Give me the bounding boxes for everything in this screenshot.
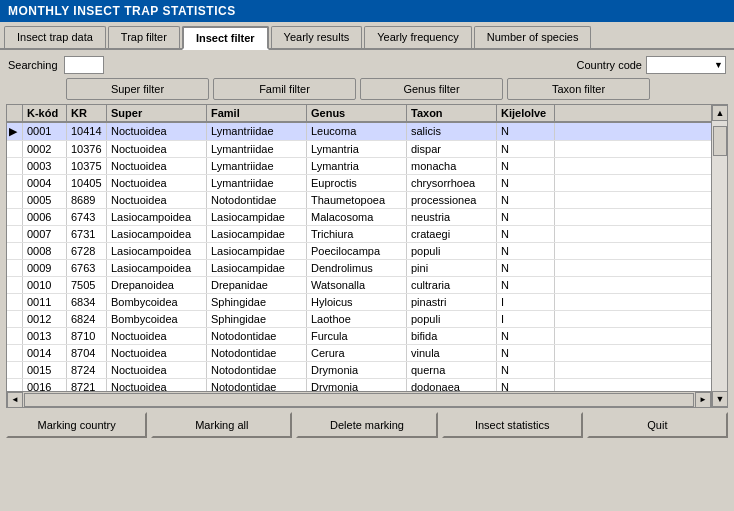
row-taxon: monacha (407, 158, 497, 174)
table-row[interactable]: 0014 8704 Noctuoidea Notodontidae Cerura… (7, 345, 711, 362)
row-kijelolve: N (497, 175, 555, 191)
row-arrow (7, 209, 23, 225)
row-genus: Laothoe (307, 311, 407, 327)
row-taxon: querna (407, 362, 497, 378)
row-kijelolve: N (497, 209, 555, 225)
row-super: Noctuoidea (107, 362, 207, 378)
chevron-down-icon: ▼ (714, 60, 723, 70)
quit-button[interactable]: Quit (587, 412, 728, 438)
super-filter-button[interactable]: Super filter (66, 78, 209, 100)
marking-country-button[interactable]: Marking country (6, 412, 147, 438)
row-genus: Watsonalla (307, 277, 407, 293)
row-famil: Sphingidae (207, 294, 307, 310)
horizontal-scrollbar[interactable]: ◄ ► (7, 391, 711, 407)
genus-filter-button[interactable]: Genus filter (360, 78, 503, 100)
scroll-down-button[interactable]: ▼ (712, 391, 728, 407)
row-taxon: chrysorrhoea (407, 175, 497, 191)
row-kkod: 0007 (23, 226, 67, 242)
row-arrow (7, 158, 23, 174)
main-content: Searching Country code ▼ Super filter Fa… (0, 50, 734, 408)
row-kijelolve: N (497, 362, 555, 378)
row-kkod: 0008 (23, 243, 67, 259)
row-genus: Furcula (307, 328, 407, 344)
row-famil: Lymantriidae (207, 158, 307, 174)
country-dropdown[interactable]: ▼ (646, 56, 726, 74)
search-label: Searching (8, 59, 58, 71)
table-row[interactable]: 0004 10405 Noctuoidea Lymantriidae Eupro… (7, 175, 711, 192)
scroll-left-button[interactable]: ◄ (7, 392, 23, 408)
table-row[interactable]: 0016 8721 Noctuoidea Notodontidae Drymon… (7, 379, 711, 391)
tab-insect-filter[interactable]: Insect filter (182, 26, 269, 50)
row-genus: Drymonia (307, 379, 407, 391)
delete-marking-button[interactable]: Delete marking (296, 412, 437, 438)
table-row[interactable]: 0015 8724 Noctuoidea Notodontidae Drymon… (7, 362, 711, 379)
title-bar: MONTHLY INSECT TRAP STATISTICS (0, 0, 734, 22)
taxon-filter-button[interactable]: Taxon filter (507, 78, 650, 100)
row-kkod: 0016 (23, 379, 67, 391)
table-body[interactable]: ▶ 0001 10414 Noctuoidea Lymantriidae Leu… (7, 123, 711, 391)
row-kijelolve: N (497, 277, 555, 293)
tab-yearly-results[interactable]: Yearly results (271, 26, 363, 48)
tabs-row: Insect trap data Trap filter Insect filt… (0, 22, 734, 50)
table-row[interactable]: 0003 10375 Noctuoidea Lymantriidae Lyman… (7, 158, 711, 175)
row-super: Noctuoidea (107, 158, 207, 174)
table-row[interactable]: 0006 6743 Lasiocampoidea Lasiocampidae M… (7, 209, 711, 226)
row-genus: Hyloicus (307, 294, 407, 310)
table-row[interactable]: 0005 8689 Noctuoidea Notodontidae Thaume… (7, 192, 711, 209)
row-kkod: 0001 (23, 123, 67, 140)
marking-all-button[interactable]: Marking all (151, 412, 292, 438)
row-kkod: 0009 (23, 260, 67, 276)
row-kijelolve: I (497, 294, 555, 310)
tab-trap-filter[interactable]: Trap filter (108, 26, 180, 48)
header-taxon: Taxon (407, 105, 497, 121)
table-row[interactable]: 0009 6763 Lasiocampoidea Lasiocampidae D… (7, 260, 711, 277)
row-kkod: 0004 (23, 175, 67, 191)
search-input[interactable] (64, 56, 104, 74)
header-super: Super (107, 105, 207, 121)
tab-insect-trap-data[interactable]: Insect trap data (4, 26, 106, 48)
row-famil: Sphingidae (207, 311, 307, 327)
row-taxon: dodonaea (407, 379, 497, 391)
row-famil: Notodontidae (207, 328, 307, 344)
filter-row: Super filter Famil filter Genus filter T… (6, 78, 728, 100)
scroll-right-button[interactable]: ► (695, 392, 711, 408)
row-kr: 8710 (67, 328, 107, 344)
table-row[interactable]: ▶ 0001 10414 Noctuoidea Lymantriidae Leu… (7, 123, 711, 141)
table-row[interactable]: 0013 8710 Noctuoidea Notodontidae Furcul… (7, 328, 711, 345)
horizontal-scroll-track[interactable] (24, 393, 694, 407)
row-famil: Notodontidae (207, 362, 307, 378)
row-arrow (7, 243, 23, 259)
vertical-scrollbar[interactable]: ▲ ▼ (711, 105, 727, 407)
table-row[interactable]: 0002 10376 Noctuoidea Lymantriidae Lyman… (7, 141, 711, 158)
row-arrow (7, 175, 23, 191)
row-kkod: 0013 (23, 328, 67, 344)
row-genus: Lymantria (307, 158, 407, 174)
scroll-up-button[interactable]: ▲ (712, 105, 728, 121)
row-kr: 6824 (67, 311, 107, 327)
row-kr: 10376 (67, 141, 107, 157)
row-kkod: 0012 (23, 311, 67, 327)
table-row[interactable]: 0011 6834 Bombycoidea Sphingidae Hyloicu… (7, 294, 711, 311)
tab-yearly-frequency[interactable]: Yearly frequency (364, 26, 472, 48)
table-row[interactable]: 0010 7505 Drepanoidea Drepanidae Watsona… (7, 277, 711, 294)
table-row[interactable]: 0007 6731 Lasiocampoidea Lasiocampidae T… (7, 226, 711, 243)
famil-filter-button[interactable]: Famil filter (213, 78, 356, 100)
data-table: K-kód KR Super Famil Genus Taxon Kijelol… (6, 104, 728, 408)
scroll-track[interactable] (712, 121, 727, 391)
row-genus: Malacosoma (307, 209, 407, 225)
tab-number-of-species[interactable]: Number of species (474, 26, 592, 48)
table-row[interactable]: 0012 6824 Bombycoidea Sphingidae Laothoe… (7, 311, 711, 328)
row-taxon: vinula (407, 345, 497, 361)
row-famil: Lymantriidae (207, 175, 307, 191)
row-arrow (7, 192, 23, 208)
row-kr: 8689 (67, 192, 107, 208)
row-genus: Dendrolimus (307, 260, 407, 276)
table-row[interactable]: 0008 6728 Lasiocampoidea Lasiocampidae P… (7, 243, 711, 260)
row-super: Noctuoidea (107, 175, 207, 191)
row-arrow (7, 226, 23, 242)
row-famil: Notodontidae (207, 345, 307, 361)
row-kijelolve: N (497, 260, 555, 276)
insect-statistics-button[interactable]: Insect statistics (442, 412, 583, 438)
row-kr: 10405 (67, 175, 107, 191)
scroll-thumb[interactable] (713, 126, 727, 156)
